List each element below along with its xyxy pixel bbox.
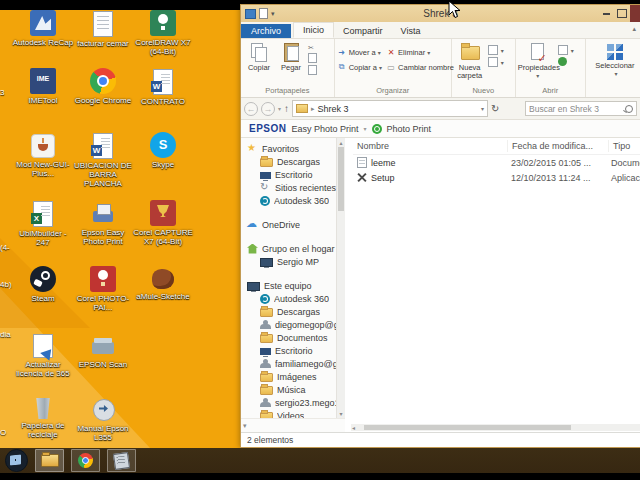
desktop-icon-actualizar-licencia[interactable]: Actualizar licencia de 365 — [12, 332, 74, 378]
scroll-left-icon[interactable]: ◂ — [351, 424, 356, 431]
desktop-icon-fist-app[interactable]: aMule-Sketche — [132, 266, 194, 301]
tab-archivo[interactable]: Archivo — [241, 24, 291, 38]
desktop-icon-mod-gui[interactable]: Mod New-GUI-Plus... — [12, 132, 74, 178]
sidebar-item-documentos[interactable]: Documentos — [241, 331, 345, 344]
desktop-icon-steam[interactable]: Steam — [12, 266, 74, 303]
horizontal-scrollbar[interactable]: ◂ — [351, 424, 640, 431]
dropdown-icon[interactable]: ▾ — [364, 125, 367, 132]
file-row-setup[interactable]: Setup 12/10/2013 11:24 ... Aplicación — [353, 170, 640, 185]
column-header-tipo[interactable]: Tipo — [609, 140, 640, 152]
taskbar-notes-app[interactable] — [107, 449, 136, 472]
sidebar-item-sergio23[interactable]: sergio23.mego12@h — [241, 396, 345, 409]
easy-access-button[interactable]: ▾ — [488, 57, 504, 67]
desktop-icon-contrato[interactable]: CONTRATO — [132, 68, 194, 106]
paste-label: Pegar — [281, 63, 301, 72]
desktop-icon-imetool[interactable]: IMETool — [12, 68, 74, 105]
desktop-icon-epson-easy-photo-print[interactable]: Epson Easy Photo Print — [72, 200, 134, 246]
address-dropdown-icon[interactable]: ▾ — [481, 105, 484, 112]
desktop-icon-skype[interactable]: Skype — [132, 132, 194, 169]
up-icon[interactable]: ↑ — [284, 103, 289, 114]
group-label-empty — [586, 94, 640, 97]
rename-button[interactable]: ▭ Cambiar nombre — [386, 61, 454, 73]
sidebar-item-escritorio[interactable]: Escritorio — [241, 168, 345, 181]
sidebar-item-diegomegop[interactable]: diegomegop@gmail. — [241, 318, 345, 331]
desktop-icon-ubimbuilder[interactable]: UbiMbuilder - 247 — [12, 200, 74, 247]
tab-inicio[interactable]: Inicio — [293, 22, 334, 38]
recent-locations-icon[interactable]: ▾ — [278, 105, 281, 112]
sidebar-bottom-scroll[interactable]: ▾ — [241, 418, 345, 432]
move-to-button[interactable]: ➜ Mover a ▾ — [337, 46, 382, 58]
paste-shortcut-icon[interactable] — [308, 65, 317, 75]
sidebar-item-descargas[interactable]: Descargas — [241, 155, 345, 168]
sidebar-item-descargas-2[interactable]: Descargas — [241, 305, 345, 318]
desktop-icon-ubicacion[interactable]: UBICACION DE BARRA PLANCHA — [72, 132, 134, 188]
history-button[interactable] — [558, 57, 574, 66]
copy-path-icon[interactable] — [308, 53, 317, 63]
photo-print-button[interactable]: Photo Print — [387, 124, 432, 134]
new-folder-button[interactable]: Nueva carpeta — [454, 42, 486, 80]
sidebar-item-imagenes[interactable]: Imágenes — [241, 370, 345, 383]
epson-logo: EPSON — [249, 123, 287, 134]
title-bar[interactable]: ▾ Shrek 3 — [241, 5, 640, 22]
tab-compartir[interactable]: Compartir — [334, 24, 392, 38]
desktop-icon-chrome[interactable]: Google Chrome — [72, 68, 134, 105]
refresh-icon[interactable]: ↻ — [491, 103, 499, 114]
sidebar-item-autodesk360[interactable]: Autodesk 360 — [241, 194, 345, 207]
address-bar[interactable]: ▸ Shrek 3 ▾ — [292, 100, 488, 117]
sidebar-item-familiamego[interactable]: familiamego@gmail. — [241, 357, 345, 370]
desktop-icon-epson-scan[interactable]: EPSON Scan — [72, 332, 134, 369]
desktop-icon-autodesk-recap[interactable]: Autodesk ReCap — [12, 10, 74, 47]
open-button[interactable]: ▾ — [558, 45, 574, 55]
taskbar-file-explorer[interactable] — [35, 449, 64, 472]
downloads-folder-icon — [260, 308, 273, 317]
cutoff-icon-label: (4- — [0, 243, 18, 252]
expand-chevron-icon[interactable]: ▾ — [243, 422, 247, 430]
forward-icon[interactable]: → — [261, 102, 275, 116]
cut-icon[interactable]: ✂ — [308, 44, 317, 51]
sidebar-item-sergio-mp[interactable]: Sergio MP — [241, 255, 345, 268]
scrollbar-thumb[interactable] — [338, 147, 344, 211]
desktop-icon-label: UBICACION DE BARRA PLANCHA — [72, 161, 134, 188]
sidebar-scrollbar[interactable]: ▴ ▾ — [336, 138, 345, 418]
search-box[interactable]: Buscar en Shrek 3 — [525, 101, 637, 116]
desktop-icon-recycle-bin[interactable]: Papelera de reciclaje — [12, 396, 74, 439]
properties-button[interactable]: Propiedades ▾ — [518, 42, 556, 80]
column-header-fecha[interactable]: Fecha de modifica... — [508, 140, 609, 152]
sidebar-item-escritorio-2[interactable]: Escritorio — [241, 344, 345, 357]
sidebar-item-musica[interactable]: Música — [241, 383, 345, 396]
sidebar-item-favoritos[interactable]: Favoritos — [241, 142, 345, 155]
scroll-up-icon[interactable]: ▴ — [337, 139, 345, 146]
collapse-ribbon-icon[interactable]: ▴ — [632, 25, 636, 33]
recent-places-icon — [260, 183, 271, 193]
desktop-icon-corel-photopaint[interactable]: Corel PHOTO-PAI... — [72, 266, 134, 312]
file-row-leeme[interactable]: leeme 23/02/2015 01:05 ... Documento — [353, 155, 640, 170]
fist-icon — [152, 269, 174, 289]
column-header-nombre[interactable]: Nombre — [353, 140, 508, 152]
start-button[interactable] — [5, 449, 28, 472]
search-icon[interactable] — [625, 105, 633, 113]
desktop-icon-coreldraw[interactable]: CorelDRAW X7 (64-Bit) — [132, 10, 194, 56]
select-button[interactable]: Seleccionar ▾ — [592, 42, 638, 78]
copy-button[interactable]: Copiar — [243, 42, 275, 72]
sidebar-item-autodesk360-2[interactable]: Autodesk 360 — [241, 292, 345, 305]
sidebar-item-este-equipo[interactable]: Este equipo — [241, 279, 345, 292]
easy-photo-print-button[interactable]: Easy Photo Print — [292, 124, 359, 134]
sidebar-item-grupo-hogar[interactable]: Grupo en el hogar — [241, 242, 345, 255]
desktop-icon-corel-capture[interactable]: Corel CAPTURE X7 (64-Bit) — [132, 200, 194, 246]
taskbar-chrome[interactable] — [71, 449, 100, 472]
desktop-icon-manual-epson[interactable]: Manual Epson L355 — [72, 396, 134, 442]
new-item-button[interactable]: ▾ — [488, 45, 504, 55]
paste-button[interactable]: Pegar — [275, 42, 307, 72]
sidebar-item-sitios-recientes[interactable]: Sitios recientes — [241, 181, 345, 194]
sidebar-item-onedrive[interactable]: OneDrive — [241, 218, 345, 231]
desktop-icon-facturar[interactable]: facturar cemar — [72, 10, 134, 48]
tab-vista[interactable]: Vista — [392, 24, 430, 38]
scrollbar-thumb[interactable] — [364, 425, 571, 430]
notes-app-icon — [113, 452, 130, 470]
scroll-down-icon[interactable]: ▾ — [337, 410, 345, 417]
breadcrumb-arrow-icon[interactable]: ▸ — [311, 105, 315, 113]
back-icon[interactable]: ← — [244, 102, 258, 116]
copy-to-button[interactable]: ⧉ Copiar a ▾ — [337, 61, 382, 73]
delete-button[interactable]: ✕ Eliminar ▾ — [386, 46, 454, 58]
breadcrumb[interactable]: Shrek 3 — [318, 104, 349, 114]
